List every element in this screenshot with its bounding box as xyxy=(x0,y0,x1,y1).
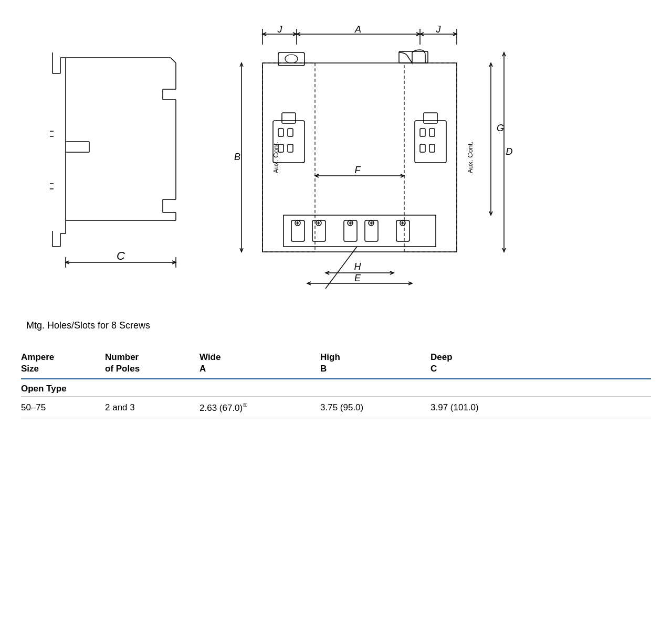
svg-rect-49 xyxy=(424,113,437,123)
dim-d-label: D xyxy=(506,146,513,157)
svg-rect-46 xyxy=(429,129,435,136)
svg-rect-48 xyxy=(429,144,435,152)
table-section: Ampere Size Number of Poles Wide A High … xyxy=(21,352,651,419)
cell-deep-c: 3.97 (101.0) xyxy=(430,402,541,413)
dim-b-label: B xyxy=(234,152,240,162)
diagram-section: C xyxy=(21,16,651,299)
cell-ampere-size: 50–75 xyxy=(21,402,105,413)
aux-cont-left-label: Aux. Cont. xyxy=(272,142,280,174)
svg-rect-39 xyxy=(278,129,284,136)
svg-rect-34 xyxy=(404,63,457,252)
dim-f-label: F xyxy=(355,165,361,175)
dim-j-left-top: J xyxy=(277,24,283,35)
svg-line-84 xyxy=(326,247,357,289)
section-open-type: Open Type xyxy=(21,379,651,397)
col-header-deep: Deep C xyxy=(430,352,541,375)
dim-e-label: E xyxy=(354,273,361,283)
cell-wide-a: 2.63 (67.0)① xyxy=(200,402,320,413)
svg-rect-47 xyxy=(420,144,425,152)
svg-line-5 xyxy=(171,58,176,63)
mtg-label: Mtg. Holes/Slots for 8 Screws xyxy=(26,320,150,331)
cell-high-b: 3.75 (95.0) xyxy=(320,402,430,413)
side-view-svg: C xyxy=(21,26,194,289)
dim-c-label: C xyxy=(117,249,125,262)
col-header-high: High B xyxy=(320,352,430,375)
svg-rect-44 xyxy=(415,121,446,163)
svg-rect-45 xyxy=(420,129,425,136)
dim-g-label: G xyxy=(497,123,504,133)
cell-num-poles: 2 and 3 xyxy=(105,402,200,413)
col-header-wide: Wide A xyxy=(200,352,320,375)
svg-rect-40 xyxy=(288,129,293,136)
table-row: 50–75 2 and 3 2.63 (67.0)① 3.75 (95.0) 3… xyxy=(21,397,651,419)
diagram-combined: C xyxy=(21,16,651,299)
svg-rect-43 xyxy=(282,113,296,123)
aux-cont-right-label: Aux. Cont. xyxy=(466,142,474,174)
col-header-poles: Number of Poles xyxy=(105,352,200,375)
svg-rect-33 xyxy=(262,63,315,252)
dim-j-right-top: J xyxy=(436,24,442,35)
col-header-ampere: Ampere Size xyxy=(21,352,105,375)
dim-h-label: H xyxy=(354,261,362,272)
svg-rect-42 xyxy=(288,144,293,152)
table-header-row: Ampere Size Number of Poles Wide A High … xyxy=(21,352,651,379)
svg-rect-50 xyxy=(284,215,436,247)
svg-point-36 xyxy=(285,55,298,63)
dim-a-top: A xyxy=(354,24,361,35)
front-view-svg: J A J B F H E G D Aux. Cont. Aux. Cont. xyxy=(200,16,536,299)
